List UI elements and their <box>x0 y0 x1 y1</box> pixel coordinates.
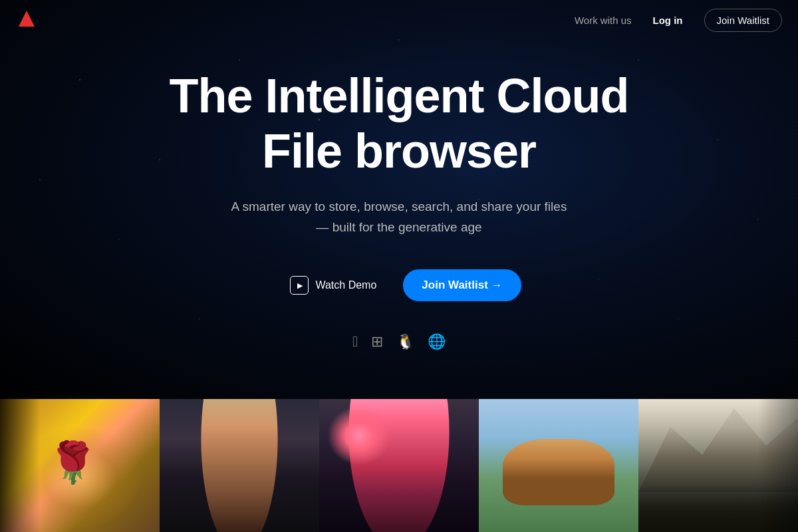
svg-marker-0 <box>19 11 35 27</box>
strip-image-mountain <box>638 399 798 532</box>
nav-links: Work with us Log in Join Waitlist <box>575 9 782 32</box>
watch-demo-label: Watch Demo <box>315 279 376 291</box>
hero-subtitle-line1: A smarter way to store, browse, search, … <box>231 200 567 213</box>
logo[interactable] <box>16 8 37 32</box>
linux-icon: 🐧 <box>396 333 414 350</box>
hero-buttons: Watch Demo Join Waitlist → <box>277 267 521 304</box>
image-strip <box>0 399 798 532</box>
web-icon: 🌐 <box>428 333 446 350</box>
hero-section: The Intelligent Cloud File browser A sma… <box>0 0 798 399</box>
windows-icon: ⊞ <box>371 333 383 350</box>
strip-image-roses <box>0 399 160 532</box>
hero-subtitle-line2: — built for the generative age <box>316 220 481 234</box>
apple-icon:  <box>352 333 358 350</box>
hero-title-line2: File browser <box>262 124 536 178</box>
work-with-us-link[interactable]: Work with us <box>575 15 632 26</box>
join-waitlist-nav-button[interactable]: Join Waitlist <box>704 9 782 32</box>
play-icon <box>290 276 309 295</box>
strip-image-corgi <box>479 399 638 532</box>
strip-image-woman-dark <box>160 399 319 532</box>
strip-image-woman-pink <box>319 399 479 532</box>
join-waitlist-hero-button[interactable]: Join Waitlist → <box>403 269 521 301</box>
login-link[interactable]: Log in <box>653 15 683 26</box>
watch-demo-button[interactable]: Watch Demo <box>277 267 390 304</box>
hero-subtitle: A smarter way to store, browse, search, … <box>231 197 567 237</box>
platform-icons:  ⊞ 🐧 🌐 <box>352 333 446 350</box>
hero-title-line1: The Intelligent Cloud <box>170 69 629 122</box>
hero-title: The Intelligent Cloud File browser <box>170 68 629 179</box>
navbar: Work with us Log in Join Waitlist <box>0 0 798 40</box>
